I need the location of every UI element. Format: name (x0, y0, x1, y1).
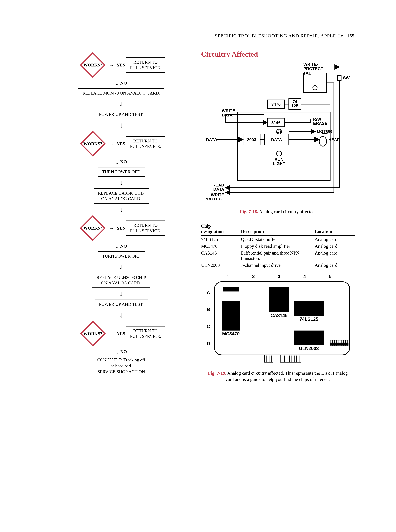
fig-caption-text: Analog card circuitry affected. (259, 209, 316, 214)
fig-number: Fig. 7-19. (208, 371, 226, 376)
row-label: A (207, 290, 210, 295)
lbl-write-data: WRITEDATA (222, 108, 235, 117)
th-location: Location (314, 223, 355, 235)
cell-desc: Differential pair and three NPN transist… (241, 249, 315, 262)
step-replace-mc3470: REPLACE MC3470 ON ANALOG CARD. (78, 88, 164, 98)
cell-loc: Analog card (314, 249, 355, 262)
fig-number: Fig. 7-18. (240, 209, 258, 214)
svg-point-20 (277, 151, 281, 156)
arrow-down-icon: ↓ (116, 349, 119, 355)
cell-desc: Floppy disk read amplifier (241, 242, 315, 249)
col-label: 4 (303, 274, 306, 279)
running-head-text: SPECIFIC TROUBLESHOOTING AND REPAIR, APP… (215, 33, 343, 39)
row-label: C (207, 324, 210, 329)
arrow-down-icon: ↓ (119, 263, 123, 270)
table-row: MC3470 Floppy disk read amplifier Analog… (201, 242, 355, 249)
row-label: D (207, 341, 210, 346)
yes-label: YES (116, 62, 125, 68)
fig-7-19-caption: Fig. 7-19. Analog card circuitry affecte… (205, 370, 351, 383)
decision-works-2: WORKS? (80, 131, 106, 157)
return-box: RETURN TO FULL SERVICE. (126, 57, 165, 72)
lbl-mc3470: MC3470 (222, 331, 240, 336)
no-label: NO (120, 80, 127, 86)
arrow-right-icon: → (109, 62, 114, 68)
th-line: designation (201, 229, 224, 234)
step-line: REPLACE ULN2003 CHIP (97, 275, 146, 280)
cell-loc: Analog card (314, 235, 355, 243)
decision-label: WORKS? (83, 331, 102, 336)
return-line2: FULL SERVICE. (130, 65, 161, 70)
decision-works-3: WORKS? (80, 215, 106, 241)
row-label: B (207, 307, 210, 312)
lbl-rw-erase: R/WERASE (313, 117, 327, 126)
table-row: 74LS125 Quad 3-state buffer Analog card (201, 235, 355, 243)
flowchart-conclusion: CONCLUDE: Tracking off or head bad. SERV… (97, 357, 145, 375)
step-power-up-2: POWER UP AND TEST. (94, 299, 148, 309)
chip-small (223, 287, 239, 292)
lbl-3146: 3146 (271, 120, 281, 125)
flowchart: WORKS? → YES RETURN TO FULL SERVICE. ↓ N… (54, 50, 189, 383)
svg-rect-6 (338, 76, 341, 80)
return-line1: RETURN TO (133, 223, 158, 228)
th-description: Description (241, 223, 315, 235)
arrow-down-icon: ↓ (116, 80, 119, 86)
lbl-74125: 74125 (291, 99, 298, 108)
chip-table: Chip designation Description Location 74… (201, 223, 355, 268)
arrow-right-icon: → (109, 225, 114, 231)
no-label: NO (120, 349, 127, 354)
page-number: 155 (347, 33, 355, 39)
step-power-up-1: POWER UP AND TEST. (94, 110, 148, 119)
return-box: RETURN TO FULL SERVICE. (126, 221, 165, 236)
cell-chip: MC3470 (201, 242, 241, 249)
no-label: NO (120, 159, 127, 164)
decision-label: WORKS? (83, 141, 102, 146)
return-line1: RETURN TO (133, 329, 158, 333)
yes-label: YES (116, 331, 125, 336)
decision-works-4: WORKS? (80, 321, 106, 347)
arrow-down-icon: ↓ (116, 243, 119, 249)
cell-loc: Analog card (314, 242, 355, 249)
step-line: ON ANALOG CARD. (101, 281, 141, 285)
lbl-74ls125: 74LS125 (299, 317, 318, 322)
lbl-3470: 3470 (271, 102, 281, 107)
arrow-right-icon: → (109, 331, 114, 337)
lbl-uln2003: ULN2003 (299, 346, 319, 351)
arrow-right-icon: → (109, 141, 114, 147)
col-label: 5 (329, 274, 332, 279)
cell-desc: 7-channel input driver (241, 262, 315, 268)
decision-label: WORKS? (83, 226, 102, 231)
fig-7-18-schematic: WRITE-PROTECTTAB SW WRITEDATA DATA 2003 … (201, 63, 355, 205)
final-line: CONCLUDE: Tracking off (97, 358, 145, 362)
decision-works-1: WORKS? (80, 52, 106, 78)
svg-rect-42 (280, 355, 301, 362)
table-row: CA3146 Differential pair and three NPN t… (201, 249, 355, 262)
chip-ca3146 (269, 287, 289, 312)
svg-point-5 (313, 85, 317, 90)
cell-desc: Quad 3-state buffer (241, 235, 315, 243)
return-line1: RETURN TO (133, 138, 158, 143)
step-power-off-2: TURN POWER OFF. (98, 251, 145, 261)
lbl-read-data: READDATA (212, 183, 224, 191)
step-line: REPLACE CA3146 CHIP (98, 191, 145, 196)
chip-74ls125 (294, 301, 324, 316)
step-line: ON ANALOG CARD. (101, 196, 141, 201)
th-chip: Chip designation (201, 223, 241, 235)
arrow-down-icon: ↓ (119, 179, 123, 186)
return-box: RETURN TO FULL SERVICE. (126, 136, 165, 151)
fig-7-19-board: 1 2 3 4 5 A B C D (201, 273, 355, 366)
col-label: 2 (252, 274, 255, 279)
lbl-write-protect-tab: WRITE-PROTECTTAB (303, 63, 323, 75)
arrow-down-icon: ↓ (119, 311, 123, 319)
return-line2: FULL SERVICE. (130, 334, 161, 339)
lbl-write-protect: WRITEPROTECT (204, 192, 224, 201)
lbl-sw: SW (343, 75, 350, 80)
cell-chip: CA3146 (201, 249, 241, 262)
yes-label: YES (116, 226, 125, 231)
arrow-down-icon: ↓ (116, 159, 119, 165)
cell-chip: 74LS125 (201, 235, 241, 243)
col-label: 1 (227, 274, 229, 279)
cell-loc: Analog card (314, 262, 355, 268)
arrow-down-icon: ↓ (119, 206, 123, 213)
lbl-ca3146: CA3146 (270, 313, 287, 318)
th-line: Chip (201, 223, 211, 228)
